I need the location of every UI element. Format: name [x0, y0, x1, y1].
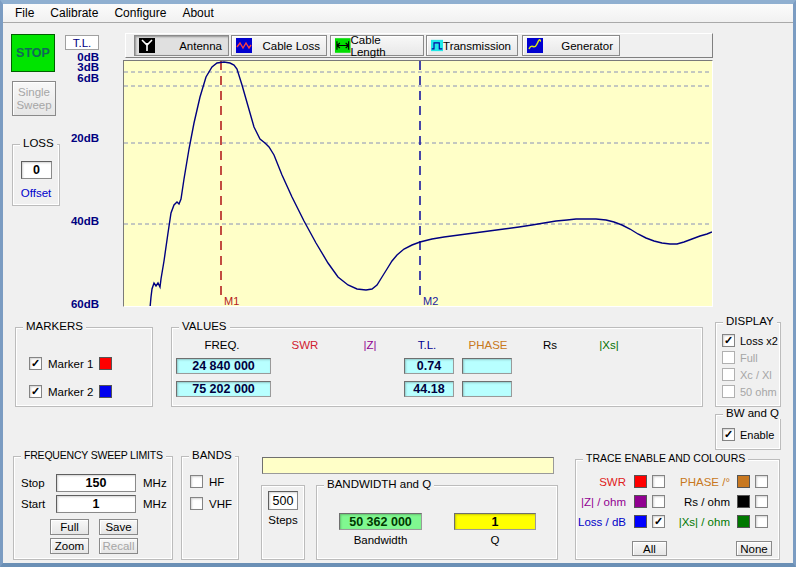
rs-color-swatch[interactable]: [737, 495, 750, 508]
loss-x2-label: Loss x2: [740, 335, 778, 347]
full-display-label: Full: [740, 352, 758, 364]
generator-mode-button[interactable]: Generator: [522, 35, 620, 56]
transmission-mode-label: Transmission: [443, 40, 511, 52]
trace-enable-group: TRACE ENABLE AND COLOURS SWR PHASE /° |Z…: [575, 459, 780, 560]
bwq-enable-label: Enable: [740, 429, 774, 441]
phase-color-swatch[interactable]: [737, 475, 750, 488]
cable-length-mode-label: Cable Length: [351, 34, 417, 58]
cable-loss-icon: [236, 38, 252, 53]
loss-trace-checkbox[interactable]: ✓: [652, 515, 665, 528]
bands-group: BANDS HF VHF: [181, 456, 239, 560]
steps-input[interactable]: 500: [268, 491, 298, 510]
swr-color-swatch[interactable]: [634, 475, 647, 488]
chart-svg: M1M2: [124, 61, 712, 306]
marker2-checkbox[interactable]: ✓: [29, 385, 42, 398]
mode-toolbar: Antenna Cable Loss Cable Length Transmis…: [125, 33, 713, 58]
menu-configure[interactable]: Configure: [106, 5, 174, 21]
rs-trace-checkbox[interactable]: [755, 495, 768, 508]
cable-length-icon: [335, 38, 351, 53]
marker1-phase-value: [462, 358, 512, 374]
phase-trace-checkbox[interactable]: [755, 475, 768, 488]
cable-loss-mode-button[interactable]: Cable Loss: [231, 35, 327, 56]
z-trace-checkbox[interactable]: [652, 495, 665, 508]
hf-band-checkbox[interactable]: [190, 475, 203, 488]
generator-icon: [527, 38, 543, 53]
start-freq-label: Start: [21, 498, 45, 510]
frequency-entry-field[interactable]: [262, 457, 554, 474]
bw-and-q-group: BW and Q ✓ Enable: [715, 414, 781, 450]
header-tl: T.L.: [418, 339, 437, 351]
xs-trace-checkbox[interactable]: [755, 515, 768, 528]
full-display-checkbox[interactable]: [722, 351, 735, 364]
marker1-color-swatch[interactable]: [99, 357, 112, 370]
display-group-title: DISPLAY: [723, 315, 777, 327]
marker2-tl-value: 44.18: [404, 381, 454, 397]
antenna-mode-button[interactable]: Antenna: [134, 35, 229, 56]
marker1-checkbox[interactable]: ✓: [29, 357, 42, 370]
loss-offset-input[interactable]: 0: [21, 161, 52, 179]
trace-enable-group-title: TRACE ENABLE AND COLOURS: [583, 452, 748, 464]
header-z: |Z|: [364, 339, 377, 351]
marker2-color-swatch[interactable]: [99, 385, 112, 398]
rs-trace-label: Rs / ohm: [674, 496, 730, 508]
stop-freq-input[interactable]: 150: [56, 474, 136, 492]
z-color-swatch[interactable]: [634, 495, 647, 508]
svg-text:M1: M1: [224, 295, 239, 306]
loss-group-title: LOSS: [20, 137, 57, 149]
no-traces-button[interactable]: None: [736, 541, 772, 556]
xs-color-swatch[interactable]: [737, 515, 750, 528]
vhf-band-checkbox[interactable]: [190, 497, 203, 510]
transmission-icon: [431, 38, 443, 53]
app-window: File Calibrate Configure About STOP Sing…: [0, 0, 796, 567]
transmission-mode-button[interactable]: Transmission: [426, 35, 518, 56]
q-label: Q: [454, 534, 536, 546]
xc-xl-checkbox[interactable]: [722, 368, 735, 381]
bandwidth-label: Bandwidth: [339, 534, 422, 546]
loss-trace-label: Loss / dB: [576, 516, 626, 528]
marker2-label: Marker 2: [48, 386, 93, 398]
zoom-sweep-button[interactable]: Zoom: [50, 538, 89, 554]
axis-label-20db: 20dB: [55, 132, 99, 144]
marker1-tl-value: 0.74: [404, 358, 454, 374]
vhf-band-label: VHF: [209, 498, 232, 510]
menu-about[interactable]: About: [174, 5, 221, 21]
sweep-limits-group: FREQUENCY SWEEP LIMITS Stop 150 MHz Star…: [13, 456, 173, 560]
start-freq-input[interactable]: 1: [56, 495, 136, 513]
cable-loss-mode-label: Cable Loss: [262, 40, 320, 52]
all-traces-button[interactable]: All: [632, 541, 667, 556]
loss-group: LOSS 0 Offset: [12, 144, 60, 206]
svg-text:M2: M2: [423, 295, 438, 306]
tl-axis-title: T.L.: [65, 35, 99, 50]
save-sweep-button[interactable]: Save: [99, 519, 138, 535]
stop-button[interactable]: STOP: [11, 34, 55, 72]
generator-mode-label: Generator: [561, 40, 613, 52]
cable-length-mode-button[interactable]: Cable Length: [330, 35, 424, 56]
loss-offset-label: Offset: [13, 187, 59, 199]
values-group-title: VALUES: [179, 320, 230, 332]
menu-calibrate[interactable]: Calibrate: [42, 5, 106, 21]
menu-file[interactable]: File: [7, 5, 42, 21]
single-sweep-button[interactable]: Single Sweep: [12, 81, 56, 116]
bandwidth-q-group: BANDWIDTH and Q 50 362 000 Bandwidth 1 Q: [316, 485, 558, 560]
loss-x2-checkbox[interactable]: ✓: [722, 334, 735, 347]
sweep-limits-group-title: FREQUENCY SWEEP LIMITS: [21, 449, 166, 461]
antenna-icon: [139, 38, 155, 53]
swr-trace-checkbox[interactable]: [652, 475, 665, 488]
axis-label-60db: 60dB: [55, 298, 99, 310]
z-trace-label: |Z| / ohm: [576, 496, 626, 508]
loss-color-swatch[interactable]: [634, 515, 647, 528]
phase-trace-label: PHASE /°: [674, 476, 730, 488]
menu-bar: File Calibrate Configure About: [3, 4, 793, 23]
bwq-enable-checkbox[interactable]: ✓: [722, 428, 735, 441]
antenna-mode-label: Antenna: [179, 40, 222, 52]
bw-and-q-group-title: BW and Q: [723, 407, 782, 419]
fifty-ohm-checkbox[interactable]: [722, 385, 735, 398]
header-freq: FREQ.: [204, 339, 239, 351]
sweep-chart[interactable]: M1M2: [123, 60, 713, 307]
marker1-label: Marker 1: [48, 358, 93, 370]
header-rs: Rs: [543, 339, 557, 351]
steps-label: Steps: [262, 514, 304, 526]
header-swr: SWR: [292, 339, 319, 351]
full-sweep-button[interactable]: Full: [50, 519, 89, 535]
recall-sweep-button[interactable]: Recall: [99, 538, 138, 554]
